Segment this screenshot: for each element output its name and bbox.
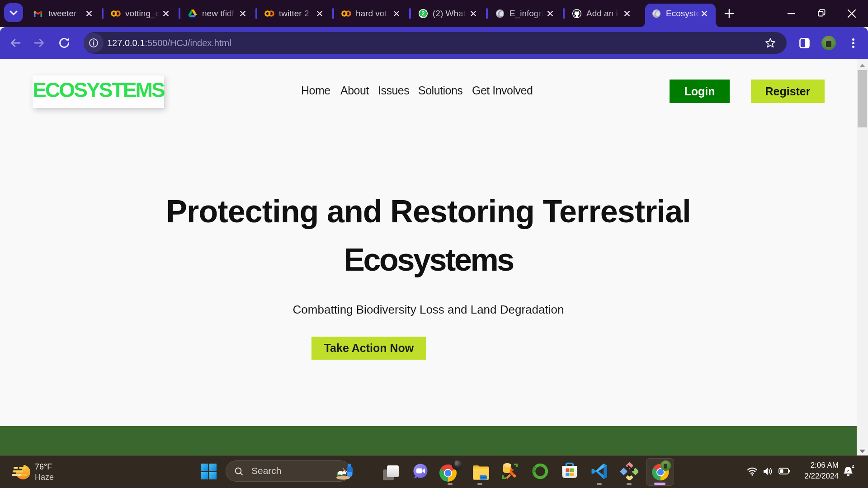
svg-text:z: z xyxy=(852,464,854,469)
svg-text:z: z xyxy=(847,469,849,473)
svg-text:2: 2 xyxy=(422,10,425,17)
